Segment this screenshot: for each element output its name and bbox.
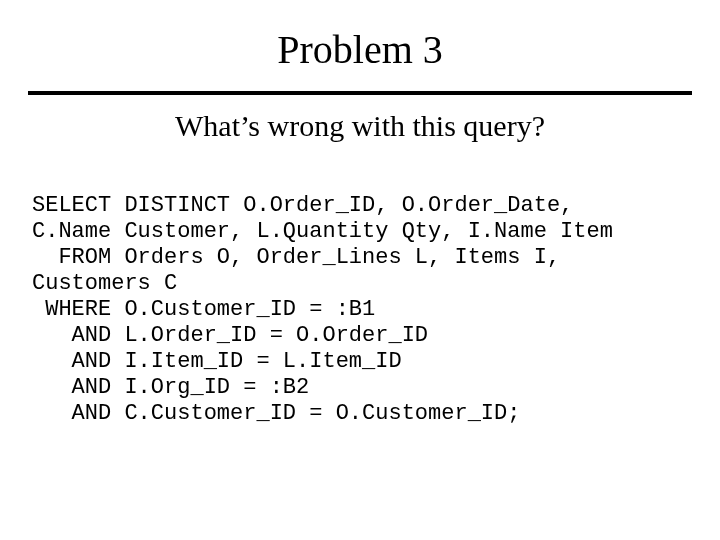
code-line: FROM Orders O, Order_Lines L, Items I, bbox=[32, 245, 560, 270]
slide: Problem 3 What’s wrong with this query? … bbox=[0, 0, 720, 540]
code-line: C.Name Customer, L.Quantity Qty, I.Name … bbox=[32, 219, 613, 244]
code-line: AND I.Item_ID = L.Item_ID bbox=[32, 349, 402, 374]
divider bbox=[28, 91, 692, 95]
code-line: AND C.Customer_ID = O.Customer_ID; bbox=[32, 401, 520, 426]
slide-title: Problem 3 bbox=[28, 26, 692, 73]
code-line: WHERE O.Customer_ID = :B1 bbox=[32, 297, 375, 322]
code-line: Customers C bbox=[32, 271, 177, 296]
code-line: SELECT DISTINCT O.Order_ID, O.Order_Date… bbox=[32, 193, 573, 218]
code-line: AND I.Org_ID = :B2 bbox=[32, 375, 309, 400]
code-line: AND L.Order_ID = O.Order_ID bbox=[32, 323, 428, 348]
sql-code-block: SELECT DISTINCT O.Order_ID, O.Order_Date… bbox=[28, 167, 692, 452]
slide-subtitle: What’s wrong with this query? bbox=[28, 109, 692, 143]
